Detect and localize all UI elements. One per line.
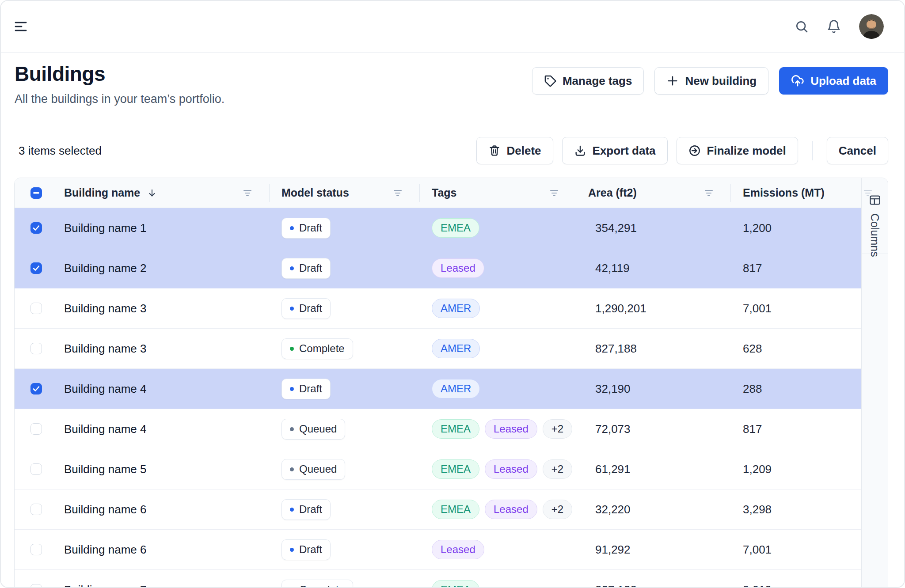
tag-overflow-badge[interactable]: +2 (543, 459, 572, 479)
buildings-table-card: Building name Model status (14, 178, 888, 588)
status-badge: Draft (281, 539, 331, 560)
status-badge: Complete (281, 338, 353, 359)
topbar (1, 1, 904, 53)
finalize-model-label: Finalize model (707, 144, 786, 158)
area-cell: 32,220 (576, 503, 730, 516)
tag-badge[interactable]: EMEA (432, 218, 479, 238)
tag-badge[interactable]: Leased (432, 540, 484, 559)
building-name-cell: Building name 6 (60, 503, 269, 516)
new-building-button[interactable]: New building (654, 67, 768, 95)
column-header-building-name[interactable]: Building name (60, 178, 269, 208)
row-checkbox-cell (15, 423, 60, 435)
export-data-button[interactable]: Export data (562, 137, 668, 164)
page-head-text: Buildings All the buildings in your team… (15, 63, 224, 106)
column-header-model-status[interactable]: Model status (269, 178, 419, 208)
status-dot-icon (290, 226, 294, 230)
model-status-cell: Queued (269, 419, 419, 440)
tags-cell: AMER (419, 339, 576, 358)
column-header-area[interactable]: Area (ft2) (576, 178, 730, 208)
table-row[interactable]: Building name 3 Complete AMER 827,188 62… (15, 329, 861, 369)
table-row[interactable]: Building name 4 Queued EMEALeased+2 72,0… (15, 409, 861, 449)
new-building-label: New building (685, 74, 757, 88)
filter-icon[interactable] (549, 189, 559, 197)
cloud-upload-icon (791, 74, 804, 87)
manage-tags-button[interactable]: Manage tags (532, 67, 644, 95)
search-button[interactable] (795, 19, 809, 34)
row-checkbox[interactable] (30, 262, 42, 274)
tag-badge[interactable]: AMER (432, 299, 480, 318)
row-checkbox[interactable] (30, 584, 42, 588)
selection-actions: Delete Export data Finalize model Cancel (476, 137, 889, 164)
table-row[interactable]: Building name 4 Draft AMER 32,190 288 (15, 369, 861, 409)
building-name-cell: Building name 2 (60, 262, 269, 275)
row-checkbox[interactable] (30, 343, 42, 354)
delete-button[interactable]: Delete (476, 137, 553, 164)
status-dot-icon (290, 548, 294, 552)
tag-badge[interactable]: Leased (432, 258, 484, 278)
tag-badge[interactable]: EMEA (432, 419, 479, 439)
model-status-cell: Draft (269, 218, 419, 239)
row-checkbox[interactable] (30, 222, 42, 234)
tag-overflow-badge[interactable]: +2 (543, 419, 572, 439)
table-row[interactable]: Building name 5 Queued EMEALeased+2 61,2… (15, 449, 861, 489)
cancel-button[interactable]: Cancel (827, 137, 888, 164)
filter-icon[interactable] (863, 189, 873, 197)
sort-desc-icon[interactable] (147, 188, 157, 198)
row-checkbox[interactable] (30, 463, 42, 475)
column-header-emissions[interactable]: Emissions (MT) (730, 178, 861, 208)
table-row[interactable]: Building name 6 Draft EMEALeased+2 32,22… (15, 489, 861, 530)
table-row[interactable]: Building name 6 Draft Leased 91,292 7,00… (15, 530, 861, 570)
row-checkbox[interactable] (30, 383, 42, 395)
status-label: Draft (299, 503, 322, 516)
tag-badge[interactable]: EMEA (432, 580, 479, 588)
menu-button[interactable] (15, 21, 27, 32)
column-label: Model status (281, 186, 349, 199)
row-checkbox-cell (15, 222, 60, 234)
download-icon (574, 144, 586, 157)
tags-cell: Leased (419, 258, 576, 278)
table-row[interactable]: Building name 3 Draft AMER 1,290,201 7,0… (15, 288, 861, 329)
model-status-cell: Complete (269, 580, 419, 588)
row-checkbox[interactable] (30, 544, 42, 555)
column-label: Building name (64, 186, 140, 199)
row-checkbox[interactable] (30, 423, 42, 435)
tags-cell: EMEA (419, 218, 576, 238)
bell-icon (826, 19, 841, 34)
column-header-tags[interactable]: Tags (419, 178, 576, 208)
building-name-cell: Building name 4 (60, 422, 269, 436)
notifications-button[interactable] (826, 19, 841, 34)
finalize-model-button[interactable]: Finalize model (677, 137, 798, 164)
table-row[interactable]: Building name 1 Draft EMEA 354,291 1,200 (15, 208, 861, 248)
filter-icon[interactable] (704, 189, 714, 197)
status-dot-icon (290, 347, 294, 351)
column-label: Area (ft2) (588, 186, 637, 199)
table-row[interactable]: Building name 7 Complete EMEA 827,188 9,… (15, 570, 861, 588)
column-label: Emissions (MT) (743, 186, 825, 199)
tag-badge[interactable]: EMEA (432, 500, 479, 519)
user-avatar[interactable] (859, 14, 884, 39)
select-all-checkbox[interactable] (30, 187, 42, 199)
tag-badge[interactable]: Leased (485, 459, 537, 479)
tags-cell: AMER (419, 299, 576, 318)
tag-badge[interactable]: EMEA (432, 459, 479, 479)
area-cell: 91,292 (576, 543, 730, 557)
building-name-cell: Building name 3 (60, 342, 269, 356)
tag-badge[interactable]: AMER (432, 339, 480, 358)
filter-icon[interactable] (393, 189, 403, 197)
tag-badge[interactable]: AMER (432, 379, 480, 398)
table-row[interactable]: Building name 2 Draft Leased 42,119 817 (15, 248, 861, 288)
tag-badge[interactable]: Leased (485, 419, 537, 439)
page-head: Buildings All the buildings in your team… (15, 63, 888, 106)
row-checkbox[interactable] (30, 303, 42, 314)
row-checkbox[interactable] (30, 504, 42, 515)
filter-icon[interactable] (243, 189, 252, 197)
upload-data-button[interactable]: Upload data (779, 67, 888, 95)
model-status-cell: Complete (269, 338, 419, 359)
building-name-cell: Building name 4 (60, 382, 269, 396)
row-checkbox-cell (15, 544, 60, 555)
tag-overflow-badge[interactable]: +2 (543, 500, 572, 519)
selection-count: 3 items selected (19, 144, 102, 158)
emissions-cell: 628 (730, 342, 861, 356)
status-label: Draft (299, 383, 322, 395)
tag-badge[interactable]: Leased (485, 500, 537, 519)
